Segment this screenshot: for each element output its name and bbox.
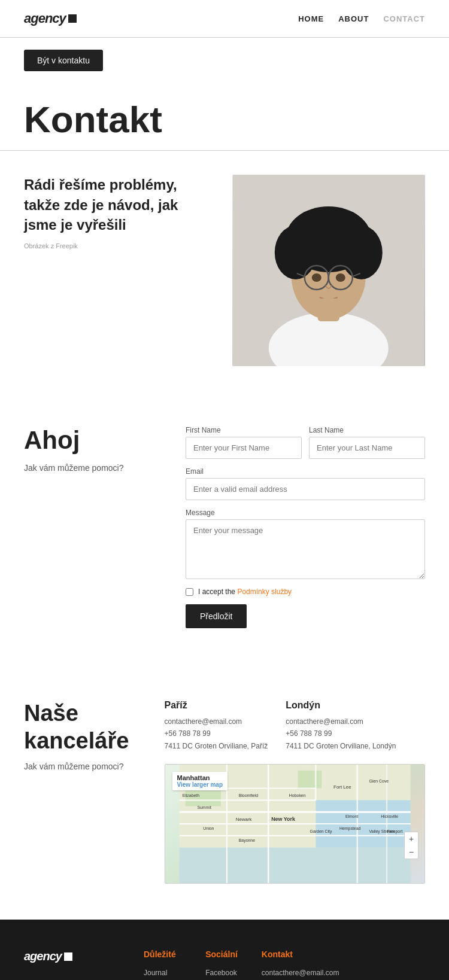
london-block: Londýn contacthere@email.com +56 788 78 … <box>286 700 396 752</box>
map-zoom-controls: + − <box>404 832 418 859</box>
footer-logo: agency <box>24 949 120 980</box>
map-label[interactable]: Manhattan View larger map <box>172 772 228 790</box>
submit-button[interactable]: Předložit <box>186 604 247 628</box>
logo-box-icon <box>68 14 77 23</box>
offices-section: Naše kanceláře Jak vám můžeme pomoci? Pa… <box>0 664 449 920</box>
footer-logo-text[interactable]: agency <box>24 949 120 963</box>
form-greeting: Ahoj <box>24 426 165 455</box>
footer-important-label: Důležité <box>144 949 181 959</box>
svg-text:Glen Cove: Glen Cove <box>369 779 389 783</box>
svg-text:Summit: Summit <box>197 805 211 809</box>
svg-text:Union: Union <box>203 826 214 830</box>
intro-section: Rádi řešíme problémy, takže zde je návod… <box>0 151 449 390</box>
london-city: Londýn <box>286 700 396 711</box>
terms-text: I accept the Podmínky služby <box>198 588 292 596</box>
svg-text:Elmont: Elmont <box>345 814 358 818</box>
london-address: 7411 DC Groten Orviliane, Londýn <box>286 740 396 752</box>
footer-contact-label: Kontakt <box>262 949 339 959</box>
page-title-section: Kontakt <box>0 83 449 151</box>
intro-heading: Rádi řešíme problémy, takže zde je návod… <box>24 175 205 235</box>
footer-contact-col: Kontakt contacthere@email.com +11 234 44… <box>262 949 339 980</box>
map-view-larger[interactable]: View larger map <box>177 781 223 788</box>
form-intro: Ahoj Jak vám můžeme pomoci? <box>24 426 165 474</box>
zoom-out-button[interactable]: − <box>405 845 418 859</box>
footer: agency Důležité Journal Kariéra Mise & V… <box>0 920 449 980</box>
svg-text:Bloomfield: Bloomfield <box>238 794 257 798</box>
email-group: Email <box>186 467 425 500</box>
message-row: Message <box>186 509 425 579</box>
page-title: Kontakt <box>24 101 425 138</box>
footer-top: agency Důležité Journal Kariéra Mise & V… <box>24 949 425 980</box>
message-label: Message <box>186 509 425 517</box>
message-group: Message <box>186 509 425 579</box>
photo-credit: Obrázek z Freepik <box>24 242 205 249</box>
email-row: Email <box>186 467 425 500</box>
offices-heading: Naše kanceláře <box>24 700 136 754</box>
svg-point-15 <box>312 273 321 282</box>
svg-text:New York: New York <box>271 816 295 822</box>
svg-text:Freeport: Freeport <box>387 829 402 834</box>
first-name-input[interactable] <box>186 437 302 459</box>
hero-btn-area: Být v kontaktu <box>0 38 449 83</box>
email-label: Email <box>186 467 425 476</box>
footer-contact-email: contacthere@email.com <box>262 967 339 979</box>
svg-text:Fort Lee: Fort Lee <box>333 784 351 790</box>
paris-block: Paříž contacthere@email.com +56 788 78 9… <box>165 700 268 752</box>
svg-point-16 <box>336 273 345 282</box>
london-phone: +56 788 78 99 <box>286 728 396 739</box>
contact-form-section: Ahoj Jak vám můžeme pomoci? First Name L… <box>0 390 449 664</box>
svg-text:Newark: Newark <box>235 817 251 822</box>
footer-social-label: Sociální <box>205 949 238 959</box>
svg-text:Hicksville: Hicksville <box>381 814 398 818</box>
map-inner: New York Fort Lee Glen Cove Summit Newar… <box>165 765 425 883</box>
offices-subtext: Jak vám můžeme pomoci? <box>24 762 136 771</box>
nav-home[interactable]: HOME <box>298 14 324 23</box>
london-email: contacthere@email.com <box>286 716 396 728</box>
name-row: First Name Last Name <box>186 426 425 459</box>
footer-important-col: Důležité Journal Kariéra Mise & Vize Cen… <box>144 949 181 980</box>
nav-contact[interactable]: CONTACT <box>383 14 425 23</box>
paris-city: Paříž <box>165 700 268 711</box>
form-subtext: Jak vám můžeme pomoci? <box>24 462 165 474</box>
logo[interactable]: agency <box>24 11 77 26</box>
map-container[interactable]: New York Fort Lee Glen Cove Summit Newar… <box>165 764 426 884</box>
logo-text: agency <box>24 11 66 26</box>
email-input[interactable] <box>186 478 425 500</box>
svg-point-17 <box>312 298 345 315</box>
svg-text:Garden City: Garden City <box>310 829 332 834</box>
footer-link-facebook[interactable]: Facebook <box>205 967 238 979</box>
contact-form: First Name Last Name Email Message I ac <box>186 426 425 628</box>
zoom-in-button[interactable]: + <box>405 832 418 845</box>
nav-about[interactable]: ABOUT <box>338 14 369 23</box>
terms-checkbox[interactable] <box>186 588 193 596</box>
svg-text:Hempstead: Hempstead <box>339 826 361 831</box>
offices-details: Paříž contacthere@email.com +56 788 78 9… <box>165 700 426 884</box>
footer-logo-box-icon <box>64 952 72 961</box>
person-image <box>232 175 425 366</box>
paris-email: contacthere@email.com <box>165 716 268 728</box>
svg-text:Bayonne: Bayonne <box>238 838 254 843</box>
offices-cities: Paříž contacthere@email.com +56 788 78 9… <box>165 700 426 752</box>
intro-image <box>232 175 425 366</box>
cta-button[interactable]: Být v kontaktu <box>24 50 103 71</box>
nav-links: HOME ABOUT CONTACT <box>298 14 425 23</box>
message-input[interactable] <box>186 519 425 579</box>
svg-text:Hoboken: Hoboken <box>289 794 305 798</box>
terms-row: I accept the Podmínky služby <box>186 588 425 596</box>
first-name-group: First Name <box>186 426 302 459</box>
svg-rect-20 <box>179 848 410 883</box>
last-name-label: Last Name <box>309 426 425 434</box>
paris-phone: +56 788 78 99 <box>165 728 268 739</box>
svg-text:Elizabeth: Elizabeth <box>182 794 199 798</box>
last-name-input[interactable] <box>309 437 425 459</box>
navbar: agency HOME ABOUT CONTACT <box>0 0 449 38</box>
last-name-group: Last Name <box>309 426 425 459</box>
svg-rect-22 <box>298 771 321 789</box>
svg-point-9 <box>305 208 353 244</box>
intro-text: Rádi řešíme problémy, takže zde je návod… <box>24 175 205 249</box>
terms-link[interactable]: Podmínky služby <box>237 588 292 596</box>
footer-link-journal[interactable]: Journal <box>144 967 181 979</box>
footer-social-col: Sociální Facebook Twitter Instagram Link… <box>205 949 238 980</box>
paris-address: 7411 DC Groten Orviliane, Paříž <box>165 740 268 752</box>
first-name-label: First Name <box>186 426 302 434</box>
